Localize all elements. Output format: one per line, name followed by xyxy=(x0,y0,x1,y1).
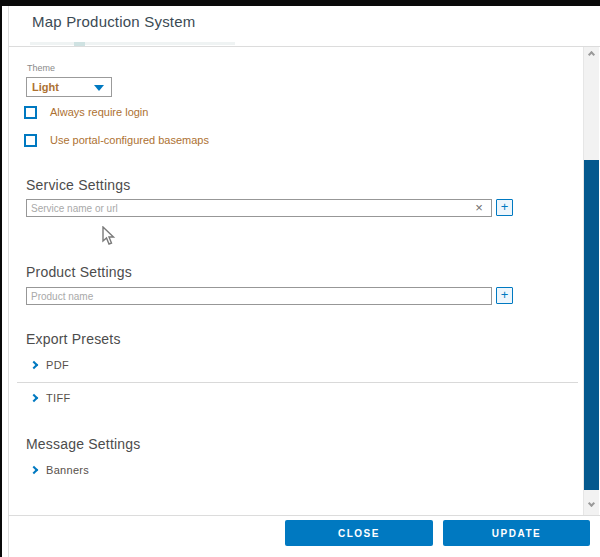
chevron-down-icon xyxy=(94,85,104,91)
scroll-down-icon[interactable] xyxy=(588,501,595,508)
tiff-expander-label: TIFF xyxy=(46,392,70,404)
window-frame-top xyxy=(0,0,600,6)
chevron-right-icon xyxy=(30,361,38,369)
theme-selected-value: Light xyxy=(32,81,59,93)
plus-icon: + xyxy=(501,287,509,302)
page-title: Map Production System xyxy=(32,13,195,30)
scrollbar-thumb[interactable] xyxy=(584,160,599,490)
portal-basemaps-checkbox[interactable] xyxy=(24,134,37,147)
settings-dialog: Map Production System Theme Light Always… xyxy=(0,0,600,557)
service-settings-heading: Service Settings xyxy=(26,177,130,193)
header-divider xyxy=(9,46,600,47)
plus-icon: + xyxy=(501,199,509,214)
scrolled-content-fragment xyxy=(30,42,235,45)
window-frame-left xyxy=(0,0,2,557)
add-service-button[interactable]: + xyxy=(496,199,513,216)
footer-divider xyxy=(8,515,600,516)
service-name-input[interactable] xyxy=(26,199,492,217)
portal-basemaps-label[interactable]: Use portal-configured basemaps xyxy=(50,134,209,146)
always-require-login-label[interactable]: Always require login xyxy=(50,106,148,118)
dialog-left-border xyxy=(8,6,9,557)
scroll-up-icon[interactable] xyxy=(588,50,595,57)
product-name-input[interactable] xyxy=(26,287,492,305)
theme-dropdown[interactable]: Light xyxy=(26,77,112,97)
add-product-button[interactable]: + xyxy=(496,287,513,304)
always-require-login-checkbox[interactable] xyxy=(24,106,37,119)
clear-icon[interactable]: × xyxy=(472,201,486,215)
product-settings-heading: Product Settings xyxy=(26,264,132,280)
export-presets-heading: Export Presets xyxy=(26,331,121,347)
chevron-right-icon xyxy=(30,466,38,474)
theme-label: Theme xyxy=(27,63,55,73)
chevron-right-icon xyxy=(30,394,38,402)
message-settings-heading: Message Settings xyxy=(26,436,140,452)
mouse-cursor-icon xyxy=(102,226,116,246)
update-button[interactable]: UPDATE xyxy=(443,520,590,546)
banners-expander-label: Banners xyxy=(46,464,89,476)
pdf-expander-label: PDF xyxy=(46,359,69,371)
close-button[interactable]: CLOSE xyxy=(285,520,433,546)
preset-divider xyxy=(17,382,578,383)
